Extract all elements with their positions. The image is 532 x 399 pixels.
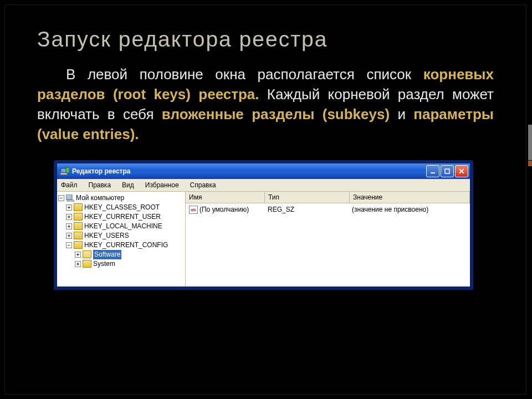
expand-icon[interactable]: + (66, 223, 72, 229)
tree-item-software[interactable]: +Software (58, 250, 184, 259)
folder-icon (74, 241, 83, 249)
menu-edit[interactable]: Правка (87, 180, 113, 190)
tree-item-current-config[interactable]: −HKEY_CURRENT_CONFIG (58, 241, 184, 250)
body-paragraph: В левой половине окна располагается спис… (37, 65, 494, 145)
value-row-default[interactable]: ab(По умолчанию) REG_SZ (значение не при… (186, 203, 470, 216)
tree-label: HKEY_CURRENT_CONFIG (84, 241, 168, 250)
folder-icon (74, 232, 83, 239)
menu-view[interactable]: Вид (120, 180, 136, 190)
tree-label: HKEY_CLASSES_ROOT (84, 203, 160, 212)
window-body: −Мой компьютер +HKEY_CLASSES_ROOT +HKEY_… (57, 192, 470, 287)
values-panel: Имя Тип Значение ab(По умолчанию) REG_SZ… (186, 192, 470, 287)
title-bar[interactable]: Редактор реестра ✕ (57, 163, 470, 179)
svg-rect-6 (67, 200, 74, 202)
svg-rect-3 (431, 172, 435, 173)
app-icon (60, 167, 69, 176)
collapse-icon[interactable]: − (58, 195, 64, 201)
tree-panel: −Мой компьютер +HKEY_CLASSES_ROOT +HKEY_… (57, 192, 186, 287)
value-type: REG_SZ (264, 204, 349, 215)
col-name[interactable]: Имя (186, 192, 265, 203)
minimize-button[interactable] (426, 165, 439, 177)
folder-icon (74, 213, 83, 221)
tree-label-selected: Software (93, 250, 121, 259)
menu-help[interactable]: Справка (188, 180, 218, 190)
tree-item-classes-root[interactable]: +HKEY_CLASSES_ROOT (58, 203, 184, 212)
computer-icon (66, 195, 74, 202)
expand-icon[interactable]: + (75, 261, 81, 267)
tree-label: System (93, 259, 115, 269)
tree-label: HKEY_LOCAL_MACHINE (84, 222, 162, 231)
scrollbar-stub (528, 125, 532, 160)
menu-bar: Файл Правка Вид Избранное Справка (57, 179, 470, 192)
window-title: Редактор реестра (72, 167, 426, 175)
expand-icon[interactable]: + (66, 214, 72, 220)
folder-open-icon (83, 250, 91, 258)
tree-item-local-machine[interactable]: +HKEY_LOCAL_MACHINE (58, 222, 184, 231)
slide-title: Запуск редактора реестра (37, 27, 494, 52)
tree-item-system[interactable]: +System (58, 259, 184, 269)
folder-icon (83, 260, 91, 268)
value-data: (значение не присвоено) (349, 204, 470, 215)
tree-label: HKEY_USERS (84, 231, 129, 241)
highlight-subkeys: вложенные разделы (subkeys) (162, 106, 390, 122)
tree-item-users[interactable]: +HKEY_USERS (58, 231, 184, 241)
text-3: и (390, 106, 413, 122)
svg-rect-5 (66, 195, 72, 200)
collapse-icon[interactable]: − (66, 242, 72, 248)
maximize-button[interactable] (441, 165, 454, 177)
tree-root-label: Мой компьютер (76, 193, 124, 203)
col-type[interactable]: Тип (265, 192, 350, 203)
col-value[interactable]: Значение (350, 192, 470, 203)
svg-rect-4 (445, 169, 449, 173)
string-value-icon: ab (189, 206, 198, 214)
expand-icon[interactable]: + (66, 233, 72, 239)
scrollbar-stub-2 (528, 161, 532, 166)
tree-root[interactable]: −Мой компьютер (58, 193, 184, 203)
tree-label: HKEY_CURRENT_USER (84, 212, 161, 222)
expand-icon[interactable]: + (66, 204, 72, 211)
text-1: В левой половине окна располагается спис… (66, 66, 423, 83)
svg-rect-2 (66, 167, 69, 173)
folder-icon (74, 222, 83, 230)
slide-frame: Запуск редактора реестра В левой половин… (4, 4, 526, 395)
menu-file[interactable]: Файл (59, 180, 79, 190)
tree-item-current-user[interactable]: +HKEY_CURRENT_USER (58, 212, 184, 222)
list-header: Имя Тип Значение (186, 192, 470, 203)
registry-editor-window: Редактор реестра ✕ Файл Правка Вид Избра… (54, 160, 473, 290)
folder-icon (74, 203, 83, 211)
value-name: (По умолчанию) (200, 206, 249, 213)
expand-icon[interactable]: + (75, 252, 81, 258)
menu-favorites[interactable]: Избранное (144, 180, 181, 190)
close-button[interactable]: ✕ (455, 165, 468, 177)
